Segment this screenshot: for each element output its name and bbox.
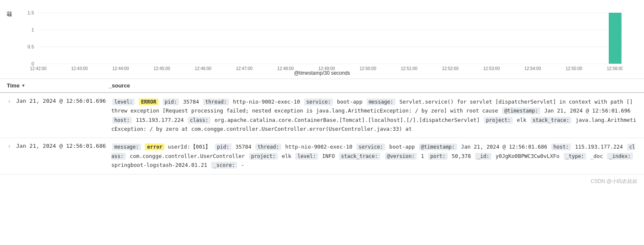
expand-btn[interactable]: › (7, 143, 14, 149)
svg-text:12:44:00: 12:44:00 (113, 66, 129, 70)
svg-text:12:56:00: 12:56:00 (607, 66, 623, 70)
tag: level: (112, 99, 135, 105)
tag: _type: (564, 153, 586, 160)
tag: project: (484, 117, 513, 124)
tag: @timestamp: (502, 107, 540, 114)
svg-text:12:54:00: 12:54:00 (525, 66, 541, 70)
svg-text:12:47:00: 12:47:00 (236, 66, 253, 70)
svg-text:12:43:00: 12:43:00 (71, 66, 88, 70)
svg-text:12:53:00: 12:53:00 (483, 66, 500, 70)
tag: level: (295, 153, 318, 160)
tag: host: (112, 117, 132, 124)
tag: host: (551, 144, 571, 150)
log-source: message: error userId:【001】 pid: 35784 t… (111, 142, 637, 169)
tag: _index: (607, 153, 633, 160)
log-row: › Jan 21, 2024 @ 12:56:01.686 message: e… (0, 138, 644, 174)
log-timestamp: Jan 21, 2024 @ 12:56:01.696 (16, 97, 110, 104)
chart-section: 计数 1.5 1 0.5 0 12:42:00 12:43:00 12:44:0… (0, 0, 644, 79)
tag: class: (188, 117, 210, 124)
chart-svg: 1.5 1 0.5 0 12:42:00 12:43:00 12:44:00 1… (21, 4, 623, 70)
tag: _id: (475, 153, 491, 160)
svg-text:12:52:00: 12:52:00 (442, 66, 459, 70)
log-source: level: ERROR pid: 35784 thread: http-nio… (111, 97, 637, 133)
svg-text:1: 1 (31, 27, 34, 32)
tag: @timestamp: (419, 144, 457, 150)
table-section: Time ▼ _source › Jan 21, 2024 @ 12:56:01… (0, 79, 644, 175)
svg-text:12:42:00: 12:42:00 (30, 66, 47, 70)
highlight-error-2: error (145, 144, 164, 150)
tag: _score: (211, 162, 237, 169)
svg-text:0.5: 0.5 (28, 44, 34, 49)
table-header: Time ▼ _source (0, 79, 644, 93)
tag: service: (304, 99, 333, 105)
col-source-header: _source (109, 82, 637, 89)
tag: message: (367, 99, 395, 105)
log-timestamp: Jan 21, 2024 @ 12:56:01.686 (16, 142, 110, 149)
svg-text:0: 0 (31, 61, 34, 66)
svg-text:1.5: 1.5 (28, 10, 34, 15)
tag: pid: (215, 144, 232, 150)
tag: service: (356, 144, 385, 150)
col-time-header: Time ▼ (7, 82, 109, 89)
svg-text:12:51:00: 12:51:00 (401, 66, 418, 70)
expand-btn[interactable]: › (7, 98, 14, 104)
svg-text:12:46:00: 12:46:00 (195, 66, 212, 70)
sort-icon: ▼ (21, 83, 25, 88)
tag: message: (112, 144, 141, 150)
svg-text:12:45:00: 12:45:00 (154, 66, 170, 70)
tag: thread: (255, 144, 281, 150)
chart-bar (609, 13, 621, 64)
svg-text:12:50:00: 12:50:00 (360, 66, 376, 70)
tag: project: (249, 153, 278, 160)
x-axis-label: @timestamp/30 seconds (21, 70, 623, 79)
tag: @version: (385, 153, 417, 160)
svg-text:12:55:00: 12:55:00 (566, 66, 582, 70)
highlight-error: ERROR (139, 99, 158, 105)
svg-text:12:48:00: 12:48:00 (277, 66, 294, 70)
time-label: Time (7, 82, 20, 89)
log-row: › Jan 21, 2024 @ 12:56:01.696 level: ERR… (0, 93, 644, 138)
tag: stack_trace: (339, 153, 380, 160)
tag: thread: (203, 99, 229, 105)
page-wrapper: 计数 1.5 1 0.5 0 12:42:00 12:43:00 12:44:0… (0, 0, 644, 189)
watermark: CSDN @小码农叔叔 (0, 175, 644, 189)
tag: pid: (163, 99, 179, 105)
tag: port: (428, 153, 448, 160)
svg-text:12:49:00: 12:49:00 (319, 66, 335, 70)
tag: stack_trace: (531, 117, 572, 124)
